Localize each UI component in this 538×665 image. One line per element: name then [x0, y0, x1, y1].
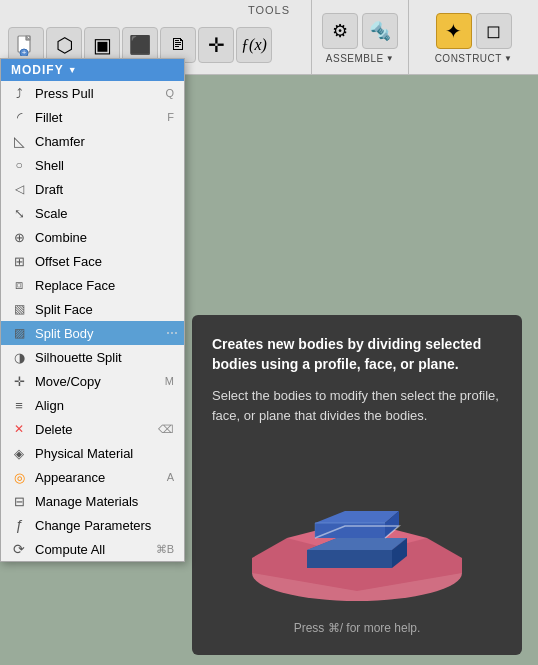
modify-dropdown-header[interactable]: MODIFY ▼	[1, 59, 184, 81]
fillet-icon	[11, 109, 27, 125]
menu-item-shell[interactable]: Shell	[1, 153, 184, 177]
appearance-icon	[11, 469, 27, 485]
press-pull-shortcut: Q	[165, 87, 174, 99]
menu-item-split-face[interactable]: Split Face	[1, 297, 184, 321]
appearance-label: Appearance	[35, 470, 105, 485]
physical-material-icon	[11, 445, 27, 461]
chamfer-icon	[11, 133, 27, 149]
menu-item-draft[interactable]: Draft	[1, 177, 184, 201]
move-copy-shortcut: M	[165, 375, 174, 387]
split-body-more-icon: ⋯	[166, 326, 178, 340]
dropdown-menu: MODIFY ▼ Press Pull Q Fillet F Chamfer S…	[0, 58, 185, 562]
compute-all-icon	[11, 541, 27, 557]
menu-item-delete[interactable]: Delete ⌫	[1, 417, 184, 441]
assemble-icon-1[interactable]: ⚙	[322, 13, 358, 49]
tooltip-title: Creates new bodies by dividing selected …	[212, 335, 502, 374]
menu-item-compute-all[interactable]: Compute All ⌘B	[1, 537, 184, 561]
compute-all-label: Compute All	[35, 542, 105, 557]
menu-item-replace-face[interactable]: Replace Face	[1, 273, 184, 297]
tooltip-description: Select the bodies to modify then select …	[212, 386, 502, 425]
menu-item-move-copy[interactable]: Move/Copy M	[1, 369, 184, 393]
replace-face-label: Replace Face	[35, 278, 115, 293]
menu-item-silhouette-split[interactable]: Silhouette Split	[1, 345, 184, 369]
fillet-shortcut: F	[167, 111, 174, 123]
modify-label: MODIFY	[11, 63, 64, 77]
change-params-icon	[11, 517, 27, 533]
svg-text:+: +	[22, 48, 27, 56]
silhouette-split-label: Silhouette Split	[35, 350, 122, 365]
toolbar-move-icon[interactable]: ✛	[198, 27, 234, 63]
menu-item-split-body[interactable]: Split Body ⋯	[1, 321, 184, 345]
delete-label: Delete	[35, 422, 73, 437]
split-body-label: Split Body	[35, 326, 94, 341]
combine-icon	[11, 229, 27, 245]
menu-item-press-pull[interactable]: Press Pull Q	[1, 81, 184, 105]
split-face-label: Split Face	[35, 302, 93, 317]
move-copy-icon	[11, 373, 27, 389]
menu-item-fillet[interactable]: Fillet F	[1, 105, 184, 129]
draft-icon	[11, 181, 27, 197]
replace-face-icon	[11, 277, 27, 293]
split-face-icon	[11, 301, 27, 317]
move-copy-label: Move/Copy	[35, 374, 101, 389]
physical-material-label: Physical Material	[35, 446, 133, 461]
chamfer-label: Chamfer	[35, 134, 85, 149]
menu-item-manage-materials[interactable]: Manage Materials	[1, 489, 184, 513]
construct-group: ✦ ◻ CONSTRUCT ▼	[408, 0, 538, 75]
split-body-icon	[11, 325, 27, 341]
toolbar-fx-icon[interactable]: ƒ(x)	[236, 27, 272, 63]
menu-item-appearance[interactable]: Appearance A	[1, 465, 184, 489]
manage-materials-icon	[11, 493, 27, 509]
align-label: Align	[35, 398, 64, 413]
assemble-arrow-icon: ▼	[386, 54, 394, 63]
assemble-icons: ⚙ 🔩	[322, 13, 398, 49]
construct-icon-2[interactable]: ◻	[476, 13, 512, 49]
menu-item-combine[interactable]: Combine	[1, 225, 184, 249]
delete-shortcut: ⌫	[158, 423, 174, 436]
scale-label: Scale	[35, 206, 68, 221]
assemble-label[interactable]: ASSEMBLE ▼	[326, 53, 394, 64]
assemble-icon-2[interactable]: 🔩	[362, 13, 398, 49]
menu-item-physical-material[interactable]: Physical Material	[1, 441, 184, 465]
tooltip-panel: Creates new bodies by dividing selected …	[192, 315, 522, 655]
scale-icon	[11, 205, 27, 221]
shell-label: Shell	[35, 158, 64, 173]
press-pull-label: Press Pull	[35, 86, 94, 101]
manage-materials-label: Manage Materials	[35, 494, 138, 509]
combine-label: Combine	[35, 230, 87, 245]
fillet-label: Fillet	[35, 110, 62, 125]
menu-item-align[interactable]: Align	[1, 393, 184, 417]
align-icon	[11, 397, 27, 413]
delete-icon	[11, 421, 27, 437]
modify-arrow-icon: ▼	[68, 65, 78, 75]
draft-label: Draft	[35, 182, 63, 197]
offset-face-icon	[11, 253, 27, 269]
menu-item-chamfer[interactable]: Chamfer	[1, 129, 184, 153]
change-parameters-label: Change Parameters	[35, 518, 151, 533]
shell-icon	[11, 157, 27, 173]
menu-item-offset-face[interactable]: Offset Face	[1, 249, 184, 273]
tooltip-image	[212, 437, 502, 609]
appearance-shortcut: A	[167, 471, 174, 483]
tooltip-footer: Press ⌘/ for more help.	[212, 621, 502, 635]
menu-item-change-parameters[interactable]: Change Parameters	[1, 513, 184, 537]
construct-icons: ✦ ◻	[436, 13, 512, 49]
offset-face-label: Offset Face	[35, 254, 102, 269]
toolbar-label: TOOLS	[248, 4, 290, 16]
menu-item-scale[interactable]: Scale	[1, 201, 184, 225]
construct-label[interactable]: CONSTRUCT ▼	[435, 53, 513, 64]
compute-all-shortcut: ⌘B	[156, 543, 174, 556]
silhouette-split-icon	[11, 349, 27, 365]
assemble-group: ⚙ 🔩 ASSEMBLE ▼	[311, 0, 408, 75]
construct-arrow-icon: ▼	[504, 54, 512, 63]
press-pull-icon	[11, 85, 27, 101]
construct-icon-star[interactable]: ✦	[436, 13, 472, 49]
